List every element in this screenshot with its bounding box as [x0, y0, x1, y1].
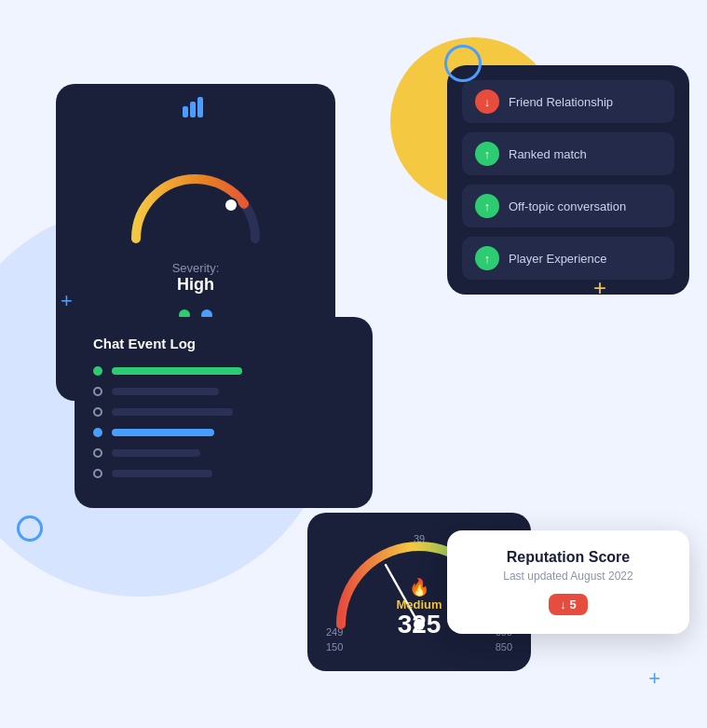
- cat-icon-up-player: ↑: [475, 246, 499, 270]
- chat-bar-sub-4: [112, 470, 212, 477]
- cards-container: Severity: High ↓ Friend Relationship ↑ R…: [56, 56, 689, 690]
- chat-bar-sub-3: [112, 449, 200, 457]
- chat-lines-6: [112, 470, 354, 477]
- reputation-title: Reputation Score: [468, 549, 669, 566]
- cat-label-offtopic: Off-topic conversation: [509, 199, 626, 213]
- category-item-offtopic: ↑ Off-topic conversation: [462, 185, 674, 227]
- cat-label-ranked: Ranked match: [509, 147, 587, 161]
- chat-bar-sub-1: [112, 388, 219, 395]
- chat-dot-hollow-1: [93, 387, 102, 396]
- chat-dot-hollow-3: [93, 448, 102, 458]
- svg-rect-2: [197, 97, 203, 117]
- chat-lines-3: [112, 408, 354, 416]
- plus-yellow-icon: +: [593, 275, 606, 301]
- chat-row-2: [93, 387, 354, 396]
- category-item-player: ↑ Player Experience: [462, 237, 674, 280]
- reputation-card: Reputation Score Last updated August 202…: [447, 530, 689, 634]
- category-item-friend: ↓ Friend Relationship: [462, 80, 674, 123]
- category-item-ranked: ↑ Ranked match: [462, 132, 674, 175]
- categories-card: ↓ Friend Relationship ↑ Ranked match ↑ O…: [447, 65, 689, 295]
- bg-circle-outline-bottom: [17, 515, 43, 542]
- svg-point-3: [224, 199, 238, 212]
- severity-gauge: [121, 164, 270, 248]
- chat-bar-green: [112, 367, 242, 375]
- chat-bar-blue: [112, 429, 214, 436]
- chat-lines-2: [112, 388, 354, 395]
- cat-label-friend: Friend Relationship: [509, 95, 613, 109]
- svg-rect-1: [190, 102, 196, 117]
- score-center: 🔥 Medium 325: [396, 577, 442, 638]
- chat-dot-hollow-4: [93, 469, 102, 478]
- chat-card: Chat Event Log: [75, 317, 373, 508]
- score-min-label: 150: [326, 641, 343, 652]
- cat-label-player: Player Experience: [509, 252, 607, 266]
- chat-title: Chat Event Log: [93, 336, 354, 351]
- chat-dot-blue: [93, 428, 102, 437]
- bg-circle-outline-top: [444, 45, 482, 82]
- score-flame-icon: 🔥: [396, 577, 442, 598]
- chat-row-6: [93, 469, 354, 478]
- chat-lines-5: [112, 449, 354, 457]
- chat-bar-sub-2: [112, 408, 233, 416]
- severity-title: Severity:: [172, 261, 220, 275]
- cat-icon-up-offtopic: ↑: [475, 194, 499, 218]
- chat-row-1: [93, 366, 354, 376]
- chat-lines-1: [112, 367, 354, 375]
- reputation-subtitle: Last updated August 2022: [468, 570, 669, 583]
- cat-icon-up-ranked: ↑: [475, 142, 499, 166]
- score-max-label: 850: [496, 641, 512, 652]
- severity-label: Severity: High: [172, 261, 220, 295]
- svg-text:39: 39: [414, 533, 425, 544]
- plus-blue-icon: +: [648, 666, 660, 691]
- svg-rect-0: [183, 106, 188, 117]
- reputation-badge: ↓ 5: [549, 594, 587, 615]
- bar-chart-icon: [183, 97, 209, 121]
- chat-row-4: [93, 428, 354, 437]
- severity-value: High: [172, 275, 220, 295]
- cat-icon-down-friend: ↓: [475, 89, 499, 114]
- chat-row-3: [93, 407, 354, 417]
- chat-dot-hollow-2: [93, 407, 102, 417]
- chat-dot-1: [93, 366, 102, 376]
- chat-lines-4: [112, 429, 354, 436]
- score-number: 325: [396, 611, 442, 638]
- plus-left-icon: +: [61, 289, 73, 313]
- chat-row-5: [93, 448, 354, 458]
